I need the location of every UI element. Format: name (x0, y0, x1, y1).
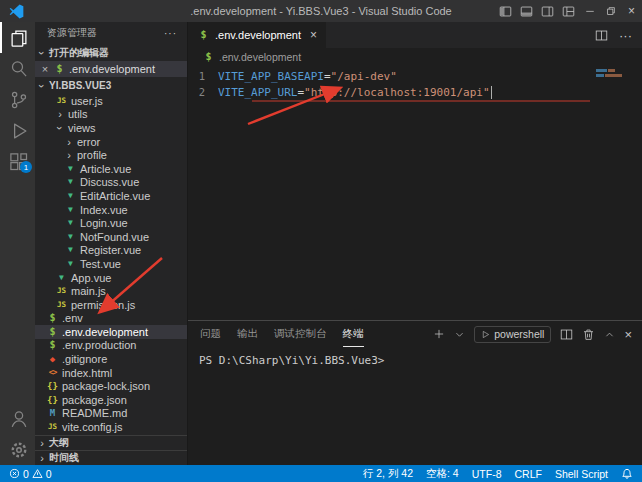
open-editors-header[interactable]: › 打开的编辑器 (35, 44, 187, 61)
tree-item-.env[interactable]: $.env (35, 312, 187, 326)
tree-item-views[interactable]: ›views (35, 121, 187, 135)
tree-item-Discuss.vue[interactable]: ▼Discuss.vue (35, 176, 187, 190)
code-line-1[interactable]: 1VITE_APP_BASEAPI="/api-dev" (188, 68, 642, 84)
tree-item-index.html[interactable]: <>index.html (35, 366, 187, 380)
tree-item-label: permission.js (71, 299, 135, 311)
tree-item-App.vue[interactable]: ▼App.vue (35, 271, 187, 285)
tree-item-Register.vue[interactable]: ▼Register.vue (35, 244, 187, 258)
line-number: 2 (188, 86, 218, 98)
tree-item-profile[interactable]: ›profile (35, 148, 187, 162)
breadcrumb-label: .env.development (219, 51, 301, 63)
tree-item-utils[interactable]: ›utils (35, 108, 187, 122)
notifications-bell-icon[interactable] (621, 468, 633, 480)
launch-profile-chevron-icon[interactable] (454, 329, 465, 340)
tree-item-label: Discuss.vue (80, 176, 139, 188)
tree-item-vite.config.js[interactable]: JSvite.config.js (35, 420, 187, 434)
tree-item-label: EditArticle.vue (80, 190, 150, 202)
restore-button[interactable] (600, 0, 621, 22)
minimize-button[interactable] (579, 0, 600, 22)
toggle-primary-sidebar-button[interactable] (495, 0, 516, 22)
tree-item-Article.vue[interactable]: ▼Article.vue (35, 162, 187, 176)
customize-layout-button[interactable] (558, 0, 579, 22)
env-key-token: VITE_APP_URL (218, 86, 297, 99)
problems-status[interactable]: 0 0 (9, 468, 52, 480)
open-editor-item[interactable]: × $ .env.development (35, 61, 187, 77)
tree-item-package.json[interactable]: {}package.json (35, 393, 187, 407)
outline-section-header[interactable]: › 大纲 (35, 435, 187, 450)
indentation[interactable]: 空格: 4 (426, 467, 459, 481)
activity-source-control-button[interactable] (0, 84, 35, 115)
sidebar-more-actions-icon[interactable]: ··· (164, 28, 177, 39)
cursor-position[interactable]: 行 2, 列 42 (363, 467, 413, 481)
panel-tab-output[interactable]: 输出 (237, 321, 258, 347)
project-root-header[interactable]: › YI.BBS.VUE3 (35, 77, 187, 94)
tree-item-README.md[interactable]: MREADME.md (35, 407, 187, 421)
tree-item-Index.vue[interactable]: ▼Index.vue (35, 203, 187, 217)
activity-run-debug-button[interactable] (0, 115, 35, 146)
kill-terminal-icon[interactable] (582, 328, 595, 341)
tab-env-development[interactable]: $ .env.development × (188, 22, 326, 48)
env-file-icon: $ (46, 312, 59, 324)
terminal[interactable]: PS D:\CSharp\Yi\Yi.BBS.Vue3> (188, 347, 642, 465)
activity-account-button[interactable] (0, 403, 35, 434)
vue-file-icon: ▼ (64, 204, 77, 216)
language-mode[interactable]: Shell Script (555, 468, 608, 480)
editor-more-actions-icon[interactable]: ··· (619, 28, 632, 43)
code-line-2[interactable]: 2VITE_APP_URL="http://localhost:19001/ap… (188, 84, 642, 100)
panel-header: 问题输出调试控制台终端 powershell (188, 321, 642, 347)
status-bar-right: 行 2, 列 42 空格: 4 UTF-8 CRLF Shell Script (363, 467, 633, 481)
activity-bar-spacer (0, 177, 35, 403)
code-editor[interactable]: 1VITE_APP_BASEAPI="/api-dev"2VITE_APP_UR… (188, 66, 642, 320)
tree-item-.gitignore[interactable]: ◆.gitignore (35, 352, 187, 366)
tree-item-package-lock.json[interactable]: {}package-lock.json (35, 379, 187, 393)
text-cursor (491, 86, 493, 99)
split-editor-icon[interactable] (595, 29, 608, 42)
chevron-right-icon: › (64, 150, 74, 160)
tree-item-.env.development[interactable]: $.env.development (35, 325, 187, 339)
tree-item-.env.production[interactable]: $.env.production (35, 339, 187, 353)
env-file-icon: $ (202, 51, 215, 63)
tree-item-Test.vue[interactable]: ▼Test.vue (35, 257, 187, 271)
eol-sequence[interactable]: CRLF (514, 468, 541, 480)
minimap[interactable] (596, 69, 638, 79)
close-editor-icon[interactable]: × (40, 63, 50, 75)
close-window-button[interactable]: × (621, 0, 642, 22)
tree-item-label: profile (77, 149, 107, 161)
breadcrumb[interactable]: $ .env.development (188, 48, 642, 66)
tree-item-Login.vue[interactable]: ▼Login.vue (35, 216, 187, 230)
activity-search-button[interactable] (0, 53, 35, 84)
tab-label: .env.development (215, 29, 301, 41)
toggle-secondary-sidebar-button[interactable] (537, 0, 558, 22)
toggle-panel-button[interactable] (516, 0, 537, 22)
window-controls: × (495, 0, 642, 22)
minimap-line (596, 69, 638, 72)
close-panel-icon[interactable]: × (624, 327, 632, 342)
errors-count: 0 (23, 468, 29, 480)
status-bar: 0 0 行 2, 列 42 空格: 4 UTF-8 CRLF Shell Scr… (0, 465, 642, 482)
panel-tab-debug-console[interactable]: 调试控制台 (274, 321, 327, 347)
gitignore-file-icon: ◆ (46, 353, 59, 365)
activity-explorer-button[interactable] (0, 22, 35, 53)
vue-file-icon: ▼ (64, 176, 77, 188)
encoding[interactable]: UTF-8 (472, 468, 502, 480)
maximize-panel-icon[interactable] (604, 329, 615, 340)
tree-item-EditArticle.vue[interactable]: ▼EditArticle.vue (35, 189, 187, 203)
vue-file-icon: ▼ (64, 244, 77, 256)
tree-item-user.js[interactable]: JSuser.js (35, 94, 187, 108)
panel-tab-problems[interactable]: 问题 (200, 321, 221, 347)
activity-settings-button[interactable] (0, 434, 35, 465)
tree-item-error[interactable]: ›error (35, 135, 187, 149)
tab-close-icon[interactable]: × (310, 28, 317, 42)
timeline-section-header[interactable]: › 时间线 (35, 450, 187, 465)
tree-item-NotFound.vue[interactable]: ▼NotFound.vue (35, 230, 187, 244)
editor-group: $ .env.development × ··· $ .env.developm… (187, 22, 642, 465)
markdown-file-icon: M (46, 407, 59, 419)
activity-extensions-button[interactable]: 1 (0, 146, 35, 177)
tree-item-main.js[interactable]: JSmain.js (35, 284, 187, 298)
shell-selector[interactable]: powershell (474, 326, 551, 343)
split-terminal-icon[interactable] (560, 328, 573, 341)
new-terminal-button[interactable] (433, 328, 445, 340)
panel-tab-terminal[interactable]: 终端 (343, 321, 364, 347)
tree-item-label: user.js (71, 95, 103, 107)
tree-item-permission.js[interactable]: JSpermission.js (35, 298, 187, 312)
